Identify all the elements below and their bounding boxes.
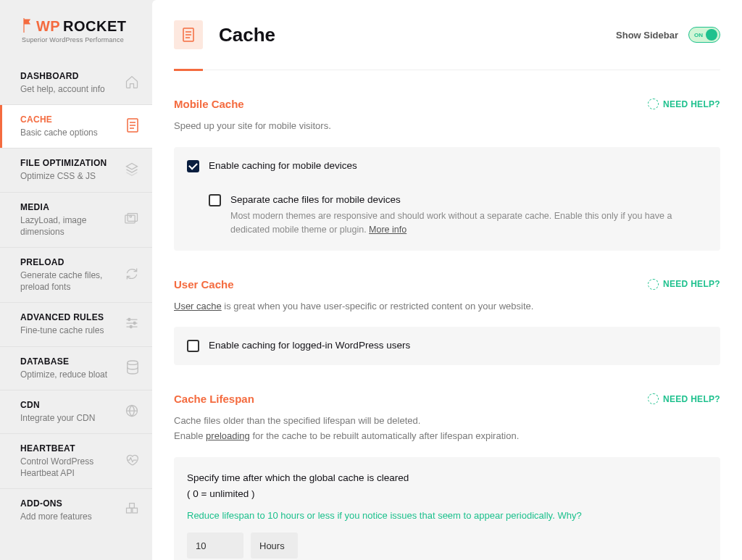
- label-separate-mobile-cache: Separate cache files for mobile devices: [230, 194, 707, 205]
- section-title-mobile: Mobile Cache: [174, 98, 244, 110]
- logo-flag-icon: [22, 18, 32, 33]
- svg-point-7: [128, 361, 138, 364]
- nav-title: ADD-ONS: [20, 498, 92, 509]
- nav-item-database[interactable]: DATABASEOptimize, reduce bloat: [0, 347, 152, 390]
- gallery-icon: [125, 212, 139, 227]
- nav-subtitle: Basic cache options: [20, 127, 98, 138]
- lifebuoy-icon: [648, 279, 659, 290]
- why-link[interactable]: Why?: [557, 510, 581, 521]
- nav-title: PRELOAD: [20, 257, 119, 267]
- nav-title: DASHBOARD: [20, 71, 105, 81]
- addons-icon: [125, 502, 139, 519]
- svg-rect-5: [134, 322, 136, 325]
- nav-title: ADVANCED RULES: [20, 312, 104, 322]
- more-info-link[interactable]: More info: [369, 225, 407, 235]
- need-help-user[interactable]: NEED HELP?: [648, 279, 720, 290]
- sidebar: WP ROCKET Superior WordPress Performance…: [0, 0, 152, 560]
- nav-subtitle: LazyLoad, image dimensions: [20, 214, 119, 238]
- panel-lifespan: Specify time after which the global cach…: [174, 457, 720, 560]
- nav-subtitle: Get help, account info: [20, 83, 105, 95]
- section-title-lifespan: Cache Lifespan: [174, 393, 254, 405]
- toggle-on-label: ON: [694, 32, 703, 38]
- need-help-mobile[interactable]: NEED HELP?: [648, 99, 720, 109]
- logo: WP ROCKET Superior WordPress Performance: [0, 11, 152, 62]
- section-desc-lifespan: Cache files older than the specified lif…: [174, 414, 720, 444]
- lifespan-value-input[interactable]: [187, 532, 243, 559]
- nav-item-media[interactable]: MEDIALazyLoad, image dimensions: [0, 193, 152, 248]
- svg-rect-10: [133, 509, 138, 514]
- panel-mobile: Enable caching for mobile devices Separa…: [174, 147, 720, 251]
- nav-subtitle: Add more features: [20, 511, 92, 522]
- nav-item-cache[interactable]: CACHEBasic cache options: [0, 105, 152, 149]
- section-cache-lifespan: Cache Lifespan NEED HELP? Cache files ol…: [174, 393, 720, 560]
- globe-icon: [125, 404, 139, 420]
- sliders-icon: [125, 317, 139, 332]
- svg-rect-6: [130, 326, 133, 328]
- lifespan-warning: Reduce lifespan to 10 hours or less if y…: [187, 510, 707, 521]
- checkbox-logged-in-cache[interactable]: [187, 340, 199, 352]
- label-logged-in-cache: Enable caching for logged-in WordPress u…: [209, 340, 410, 351]
- svg-point-3: [130, 215, 132, 217]
- logo-rocket: ROCKET: [63, 18, 126, 34]
- nav-item-dashboard[interactable]: DASHBOARDGet help, account info: [0, 62, 152, 105]
- nav-title: MEDIA: [20, 202, 119, 212]
- nav-subtitle: Fine-tune cache rules: [20, 325, 104, 336]
- nav-item-cdn[interactable]: CDNIntegrate your CDN: [0, 390, 152, 434]
- page-title: Cache: [219, 24, 275, 46]
- svg-rect-11: [130, 503, 135, 509]
- sidebar-toggle[interactable]: ON: [688, 27, 720, 43]
- nav-subtitle: Optimize CSS & JS: [20, 170, 107, 182]
- section-desc-mobile: Speed up your site for mobile visitors.: [174, 119, 720, 134]
- page-header: Cache Show Sidebar ON: [152, 0, 742, 49]
- home-icon: [125, 75, 139, 91]
- layers-icon: [125, 162, 139, 178]
- refresh-icon: [125, 267, 139, 283]
- logo-wp: WP: [36, 18, 60, 34]
- checkbox-separate-mobile-cache[interactable]: [209, 194, 221, 206]
- show-sidebar-button[interactable]: Show Sidebar: [616, 30, 678, 41]
- logo-tagline: Superior WordPress Performance: [22, 36, 138, 43]
- doc-icon: [126, 118, 139, 135]
- nav-subtitle: Generate cache files, preload fonts: [20, 269, 119, 293]
- lifespan-panel-title: Specify time after which the global cach…: [187, 470, 707, 501]
- header-doc-icon: [174, 20, 203, 49]
- lifebuoy-icon: [648, 99, 659, 109]
- nav-subtitle: Integrate your CDN: [20, 412, 95, 424]
- panel-user: Enable caching for logged-in WordPress u…: [174, 327, 720, 365]
- nav-title: HEARTBEAT: [20, 443, 119, 454]
- main-panel: Cache Show Sidebar ON Mobile Cache NEED …: [152, 0, 742, 560]
- lifebuoy-icon: [648, 393, 659, 404]
- need-help-lifespan[interactable]: NEED HELP?: [648, 393, 720, 404]
- heartbeat-icon: [125, 454, 139, 469]
- section-user-cache: User Cache NEED HELP? User cache is grea…: [174, 278, 720, 366]
- nav-item-add-ons[interactable]: ADD-ONSAdd more features: [0, 489, 152, 532]
- section-title-user: User Cache: [174, 278, 234, 291]
- db-icon: [126, 360, 139, 377]
- nav-item-preload[interactable]: PRELOADGenerate cache files, preload fon…: [0, 248, 152, 303]
- section-desc-user: User cache is great when you have user-s…: [174, 299, 720, 314]
- svg-rect-2: [128, 213, 137, 221]
- nav-subtitle: Optimize, reduce bloat: [20, 369, 107, 380]
- nav-title: FILE OPTIMIZATION: [20, 158, 107, 168]
- nav-title: CACHE: [20, 114, 98, 125]
- nav-subtitle: Control WordPress Heartbeat API: [20, 456, 119, 479]
- nav-list: DASHBOARDGet help, account infoCACHEBasi…: [0, 62, 152, 532]
- user-cache-link[interactable]: User cache: [174, 301, 222, 312]
- section-mobile-cache: Mobile Cache NEED HELP? Speed up your si…: [174, 98, 720, 251]
- desc-separate-mobile-cache: Most modern themes are responsive and sh…: [230, 209, 707, 238]
- nav-item-file-optimization[interactable]: FILE OPTIMIZATIONOptimize CSS & JS: [0, 149, 152, 192]
- label-enable-mobile-cache: Enable caching for mobile devices: [209, 160, 357, 171]
- lifespan-unit-select[interactable]: Hours: [251, 532, 298, 559]
- nav-title: DATABASE: [20, 356, 107, 367]
- preloading-link[interactable]: preloading: [206, 430, 250, 441]
- checkbox-enable-mobile-cache[interactable]: [187, 160, 199, 172]
- svg-rect-9: [127, 509, 132, 514]
- nav-item-heartbeat[interactable]: HEARTBEATControl WordPress Heartbeat API: [0, 434, 152, 489]
- svg-rect-4: [128, 319, 130, 321]
- nav-item-advanced-rules[interactable]: ADVANCED RULESFine-tune cache rules: [0, 303, 152, 346]
- nav-title: CDN: [20, 400, 95, 410]
